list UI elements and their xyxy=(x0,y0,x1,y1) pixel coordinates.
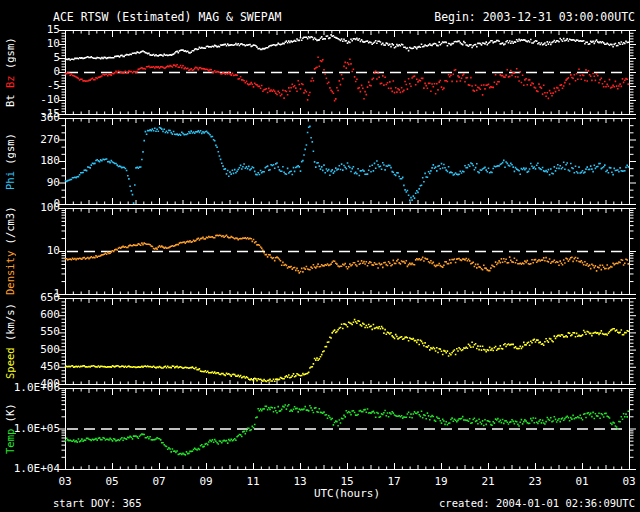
panel-speed xyxy=(56,298,640,385)
begin-timestamp: Begin: 2003-12-31 03:00:00UTC xyxy=(434,10,635,24)
y-axis-title-bt_bz: Bt Bz (gsm) xyxy=(3,30,18,115)
panel-bt_bz xyxy=(56,30,640,115)
series-bz xyxy=(65,56,629,101)
y-axis-title-part: (gsm) xyxy=(4,38,16,76)
series-speed xyxy=(65,319,629,383)
ace-rtsw-plot: ACE RTSW (Estimated) MAG & SWEPAM Begin:… xyxy=(0,0,640,512)
y-axis-title-part: Speed xyxy=(4,348,16,380)
y-axis-title-density: Density (/cm3) xyxy=(3,208,18,295)
y-axis-title-part: Density xyxy=(4,251,16,295)
y-axis-title-phi: Phi (gsm) xyxy=(3,118,18,205)
series-bt xyxy=(65,34,629,61)
y-axis-title-part: Temp xyxy=(4,429,16,454)
y-axis-title-part: (km/s) xyxy=(4,304,16,348)
start-doy-label: start DOY: 365 xyxy=(53,497,142,509)
y-axis-title-temp: Temp (K) xyxy=(3,388,18,470)
y-axis-title-speed: Speed (km/s) xyxy=(3,298,18,385)
y-axis-title-part: Phi xyxy=(4,171,16,190)
y-axis-title-part: Bt xyxy=(4,88,16,107)
series-temp xyxy=(65,404,629,456)
header: ACE RTSW (Estimated) MAG & SWEPAM Begin:… xyxy=(53,10,635,24)
y-axis-title-part: (gsm) xyxy=(4,133,16,171)
panel-temp xyxy=(56,388,640,470)
panel-density xyxy=(56,208,640,295)
y-axis-title-part: (K) xyxy=(4,404,16,429)
created-timestamp: created: 2004-01-01 02:36:09UTC xyxy=(439,497,635,509)
y-axis-title-part: (/cm3) xyxy=(4,206,16,250)
panel-phi xyxy=(56,118,640,205)
series-density xyxy=(65,234,629,273)
series-phi xyxy=(65,126,629,204)
y-axis-title-part: Bz xyxy=(4,76,16,89)
plot-title: ACE RTSW (Estimated) MAG & SWEPAM xyxy=(53,10,281,24)
